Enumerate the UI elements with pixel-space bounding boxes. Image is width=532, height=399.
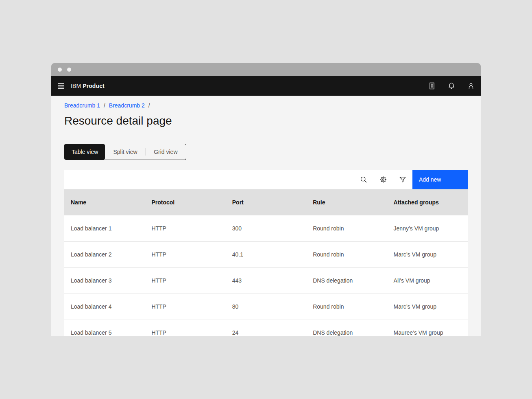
breadcrumb-separator: / (104, 102, 105, 109)
column-header: Attached groups (387, 189, 468, 215)
column-header: Protocol (145, 189, 225, 215)
table-cell: Round robin (306, 294, 387, 320)
table-cell: HTTP (145, 241, 225, 267)
table-cell: HTTP (145, 320, 225, 336)
window-chrome (51, 63, 481, 76)
column-header: Port (226, 189, 306, 215)
window-dot-1[interactable] (58, 68, 62, 72)
table-cell: HTTP (145, 215, 225, 241)
table-cell: Jenny’s VM group (387, 215, 468, 241)
menu-icon (57, 82, 65, 90)
breadcrumb-separator: / (148, 102, 150, 109)
resource-table: NameProtocolPortRuleAttached groups Load… (64, 189, 468, 336)
table-cell: Round robin (306, 215, 387, 241)
table-cell: DNS delegation (306, 320, 387, 336)
table-cell: HTTP (145, 267, 225, 294)
filter-icon (399, 176, 406, 183)
table-cell: 443 (226, 267, 306, 294)
search-icon (360, 176, 367, 183)
tab-grid-view[interactable]: Grid view (146, 144, 186, 160)
brand-title: IBM Product (71, 83, 105, 89)
table-toolbar: Add new (64, 170, 468, 189)
app-window: IBM Product (51, 63, 481, 336)
table-cell: HTTP (145, 294, 225, 320)
table-cell: Load balancer 1 (64, 215, 145, 241)
user-avatar-icon (467, 82, 475, 90)
app-header: IBM Product (51, 76, 481, 96)
column-header: Rule (306, 189, 387, 215)
breadcrumb: Breadcrumb 1 / Breadcrumb 2 / (64, 102, 468, 109)
menu-button[interactable] (51, 76, 71, 96)
notifications-icon (447, 82, 456, 90)
add-new-button[interactable]: Add new (412, 170, 468, 189)
settings-icon (379, 176, 387, 183)
table-cell: 24 (226, 320, 306, 336)
table-cell: Ali’s VM group (387, 267, 468, 294)
window-dot-2[interactable] (67, 68, 71, 72)
table-body: Load balancer 1HTTP300Round robinJenny’s… (64, 215, 468, 336)
table-row[interactable]: Load balancer 4HTTP80Round robinMarc’s V… (64, 294, 468, 320)
view-switcher: Table view Split view Grid view (64, 144, 186, 160)
table-cell: Round robin (306, 241, 387, 267)
table-cell: Marc’s VM group (387, 241, 468, 267)
breadcrumb-link-2[interactable]: Breadcrumb 2 (109, 102, 145, 109)
page-title: Resource detail page (64, 114, 468, 128)
column-header: Name (64, 189, 145, 215)
user-avatar-button[interactable] (461, 76, 481, 96)
table-row[interactable]: Load balancer 5HTTP24DNS delegationMaure… (64, 320, 468, 336)
table-cell: Marc’s VM group (387, 294, 468, 320)
filter-button[interactable] (393, 170, 412, 189)
page-content: Breadcrumb 1 / Breadcrumb 2 / Resource d… (51, 96, 481, 336)
table-cell: Load balancer 3 (64, 267, 145, 294)
table-cell: DNS delegation (306, 267, 387, 294)
table-cell: 80 (226, 294, 306, 320)
table-header-row: NameProtocolPortRuleAttached groups (64, 189, 468, 215)
table-cell: Load balancer 5 (64, 320, 145, 336)
breadcrumb-link-1[interactable]: Breadcrumb 1 (64, 102, 100, 109)
table-cell: 300 (226, 215, 306, 241)
notifications-button[interactable] (442, 76, 461, 96)
table-row[interactable]: Load balancer 1HTTP300Round robinJenny’s… (64, 215, 468, 241)
switcher-panel-button[interactable] (422, 76, 442, 96)
tab-table-view[interactable]: Table view (65, 144, 105, 160)
table-cell: Mauree’s VM group (387, 320, 468, 336)
table-row[interactable]: Load balancer 2HTTP40.1Round robinMarc’s… (64, 241, 468, 267)
table-cell: Load balancer 4 (64, 294, 145, 320)
settings-button[interactable] (373, 170, 393, 189)
table-cell: 40.1 (226, 241, 306, 267)
switcher-panel-icon (428, 82, 436, 90)
table-row[interactable]: Load balancer 3HTTP443DNS delegationAli’… (64, 267, 468, 294)
search-button[interactable] (354, 170, 373, 189)
table-cell: Load balancer 2 (64, 241, 145, 267)
tab-split-view[interactable]: Split view (105, 144, 145, 160)
